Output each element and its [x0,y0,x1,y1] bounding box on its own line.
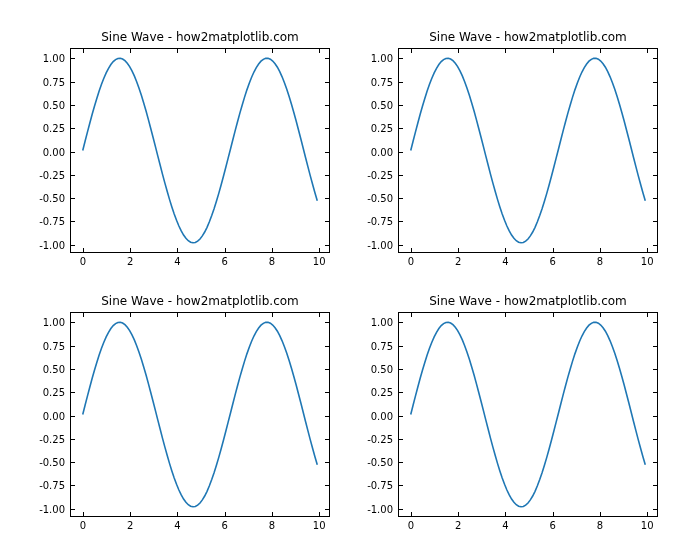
plot-area: -1.00-0.75-0.50-0.250.000.250.500.751.00… [398,48,658,253]
plot-area: -1.00-0.75-0.50-0.250.000.250.500.751.00… [398,312,658,517]
ytick-label: 0.75 [43,76,71,87]
series-line [83,322,318,506]
ytick-label: -0.50 [367,193,399,204]
subplot-title: Sine Wave - how2matplotlib.com [70,294,330,308]
ytick-label: -1.00 [39,503,71,514]
ytick-label: 0.25 [43,123,71,134]
subplot-title: Sine Wave - how2matplotlib.com [398,294,658,308]
ytick-label: -0.25 [367,433,399,444]
xtick-label: 2 [127,252,133,267]
xtick-label: 10 [313,516,326,531]
ytick-label: 0.00 [43,410,71,421]
xtick-label: 8 [269,516,275,531]
plot-area: -1.00-0.75-0.50-0.250.000.250.500.751.00… [70,312,330,517]
xtick-label: 8 [269,252,275,267]
xtick-label: 6 [549,516,555,531]
plot-area: -1.00-0.75-0.50-0.250.000.250.500.751.00… [70,48,330,253]
subplot-title: Sine Wave - how2matplotlib.com [70,30,330,44]
xtick-label: 8 [597,516,603,531]
ytick-label: 1.00 [43,317,71,328]
xtick-label: 6 [221,516,227,531]
subplot-4: Sine Wave - how2matplotlib.com-1.00-0.75… [398,312,658,517]
xtick-label: 8 [597,252,603,267]
xtick-label: 6 [549,252,555,267]
line-plot [71,313,329,516]
xtick-label: 0 [408,252,414,267]
series-line [411,322,646,506]
ytick-label: 0.00 [43,146,71,157]
ytick-label: 1.00 [371,53,399,64]
xtick-label: 4 [502,252,508,267]
subplot-3: Sine Wave - how2matplotlib.com-1.00-0.75… [70,312,330,517]
ytick-label: -0.75 [39,480,71,491]
xtick-label: 10 [641,516,654,531]
ytick-label: 0.75 [371,340,399,351]
ytick-label: 0.50 [371,363,399,374]
ytick-label: 0.00 [371,146,399,157]
ytick-label: 0.75 [43,340,71,351]
xtick-label: 4 [174,516,180,531]
ytick-label: -0.25 [367,169,399,180]
xtick-label: 10 [313,252,326,267]
ytick-label: 1.00 [371,317,399,328]
xtick-label: 0 [80,516,86,531]
figure: Sine Wave - how2matplotlib.com-1.00-0.75… [0,0,700,560]
xtick-label: 4 [502,516,508,531]
ytick-label: -0.75 [367,480,399,491]
ytick-label: -0.75 [367,216,399,227]
ytick-label: -0.25 [39,169,71,180]
line-plot [71,49,329,252]
ytick-label: 0.25 [371,123,399,134]
ytick-label: -0.50 [39,193,71,204]
xtick-label: 6 [221,252,227,267]
subplot-title: Sine Wave - how2matplotlib.com [398,30,658,44]
xtick-label: 2 [455,516,461,531]
ytick-label: 0.00 [371,410,399,421]
ytick-label: -0.50 [367,457,399,468]
ytick-label: -0.75 [39,216,71,227]
series-line [411,58,646,242]
ytick-label: -0.50 [39,457,71,468]
ytick-label: -1.00 [39,239,71,250]
ytick-label: -0.25 [39,433,71,444]
xtick-label: 2 [455,252,461,267]
series-line [83,58,318,242]
xtick-label: 0 [408,516,414,531]
xtick-label: 2 [127,516,133,531]
ytick-label: -1.00 [367,239,399,250]
line-plot [399,49,657,252]
xtick-label: 4 [174,252,180,267]
ytick-label: 0.50 [43,363,71,374]
line-plot [399,313,657,516]
ytick-label: 0.50 [371,99,399,110]
xtick-label: 10 [641,252,654,267]
ytick-label: 1.00 [43,53,71,64]
ytick-label: 0.50 [43,99,71,110]
ytick-label: 0.25 [43,387,71,398]
subplot-1: Sine Wave - how2matplotlib.com-1.00-0.75… [70,48,330,253]
ytick-label: 0.25 [371,387,399,398]
xtick-label: 0 [80,252,86,267]
ytick-label: 0.75 [371,76,399,87]
subplot-2: Sine Wave - how2matplotlib.com-1.00-0.75… [398,48,658,253]
ytick-label: -1.00 [367,503,399,514]
